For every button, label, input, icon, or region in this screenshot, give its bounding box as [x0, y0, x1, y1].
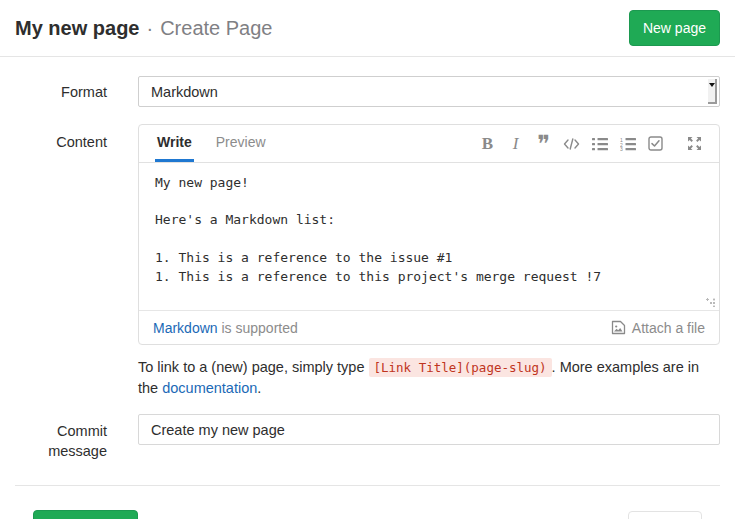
markdown-editor: Write Preview B I ❞	[138, 124, 720, 345]
format-label: Format	[15, 76, 107, 100]
format-select[interactable]: Markdown	[138, 76, 720, 107]
tab-write[interactable]: Write	[155, 125, 194, 162]
page-subtitle: Create Page	[160, 17, 272, 40]
cancel-button[interactable]: Cancel	[628, 511, 702, 519]
attach-image-icon	[611, 320, 626, 335]
markdown-supported-text: Markdown is supported	[153, 320, 298, 336]
create-page-button[interactable]: Create page	[33, 510, 138, 519]
italic-icon[interactable]: I	[507, 134, 524, 154]
content-label: Content	[15, 124, 107, 150]
create-wiki-page: My new page · Create Page New page Forma…	[0, 0, 735, 519]
tab-preview[interactable]: Preview	[214, 125, 268, 162]
quote-icon[interactable]: ❞	[535, 134, 552, 154]
page-title: My new page	[15, 17, 139, 40]
commit-message-label: Commit message	[15, 414, 107, 461]
commit-message-row: Commit message	[15, 414, 720, 461]
attach-file-label: Attach a file	[632, 320, 705, 336]
format-row: Format Markdown	[15, 76, 720, 107]
markdown-toolbar-icons: B I ❞	[468, 125, 703, 162]
code-icon[interactable]	[563, 134, 580, 154]
wiki-form: Format Markdown Content Write Preview B	[0, 76, 735, 461]
bold-icon[interactable]: B	[479, 134, 496, 154]
link-help-text: To link to a (new) page, simply type [Li…	[138, 357, 720, 398]
task-list-icon[interactable]	[647, 134, 664, 154]
editor-toolbar: Write Preview B I ❞	[139, 125, 719, 163]
title-separator: ·	[146, 17, 153, 40]
editor-area: My new page! Here's a Markdown list: 1. …	[139, 163, 719, 310]
bullet-list-icon[interactable]	[591, 134, 608, 154]
svg-text:3: 3	[620, 146, 623, 151]
page-header: My new page · Create Page New page	[0, 0, 735, 57]
content-textarea[interactable]: My new page! Here's a Markdown list: 1. …	[139, 163, 719, 310]
commit-message-input[interactable]	[138, 414, 720, 445]
attach-file-button[interactable]: Attach a file	[611, 320, 705, 336]
format-select-value: Markdown	[151, 84, 218, 100]
numbered-list-icon[interactable]: 1 2 3	[619, 134, 636, 154]
editor-footer: Markdown is supported Attach a file	[139, 310, 719, 344]
select-dropdown-arrow-icon[interactable]	[708, 79, 717, 104]
markdown-help-link[interactable]: Markdown	[153, 320, 218, 336]
fullscreen-icon[interactable]	[686, 134, 703, 154]
link-syntax-code: [Link Title](page-slug)	[369, 358, 552, 377]
form-actions: Create page Cancel	[0, 486, 735, 519]
documentation-link[interactable]: documentation	[162, 380, 257, 396]
content-row: Content Write Preview B I ❞	[15, 124, 720, 398]
new-page-button[interactable]: New page	[629, 10, 720, 46]
textarea-resize-grip[interactable]	[706, 298, 715, 307]
